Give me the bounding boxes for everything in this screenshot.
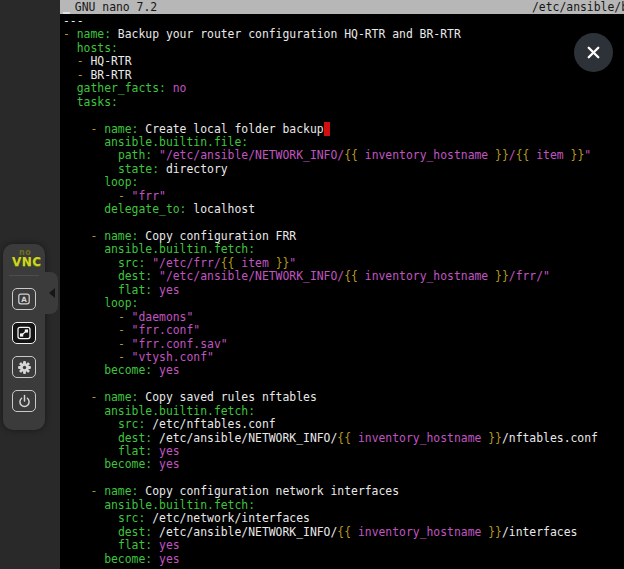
code-segment: "/etc/ansible/NETWORK_INFO/ [159,148,344,162]
code-segment: ansible.builtin.fetch: [104,242,255,256]
code-segment [63,189,118,203]
code-segment: /etc/nftables.conf [145,417,275,431]
code-segment: "frr.conf.sav" [132,337,228,351]
terminal-line [63,472,598,485]
code-segment [152,457,159,471]
code-segment: {{ [221,256,235,270]
code-segment: /etc/ansible/NETWORK_INFO/ [152,431,337,445]
terminal-line: flat: yes [63,445,598,458]
code-segment: - [118,350,132,364]
code-segment: item [529,148,570,162]
terminal-line: hosts: [63,42,598,55]
settings-button[interactable] [12,356,36,378]
code-segment: ansible.builtin.fetch: [104,404,255,418]
code-segment: flat: [118,444,152,458]
panel-divider [9,275,39,276]
fullscreen-button[interactable] [12,322,36,344]
code-segment: - [90,122,104,136]
code-segment: inventory_hostname [358,269,495,283]
code-segment: yes [159,538,180,552]
code-segment: }} [488,431,502,445]
code-segment: dest: [118,431,152,445]
code-segment: }} [495,269,509,283]
code-segment: /etc/network/interfaces [145,511,310,525]
code-segment [63,310,118,324]
novnc-logo: no VNC [3,244,45,268]
code-segment: item [234,256,275,270]
code-segment: dest: [118,269,152,283]
power-icon [16,393,33,410]
code-segment: flat: [118,538,152,552]
code-segment [63,41,77,55]
code-segment: yes [159,444,180,458]
code-segment [63,444,118,458]
terminal-line: src: /etc/nftables.conf [63,418,598,431]
code-segment: loop: [104,175,138,189]
code-segment: "daemons" [132,310,194,324]
code-segment [63,68,77,82]
terminal-line: src: /etc/network/interfaces [63,512,598,525]
svg-text:A: A [21,295,27,304]
code-segment: -- [70,14,84,28]
code-segment: - [118,310,132,324]
code-segment: Backup your router configuration HQ-RTR … [111,27,461,41]
code-segment [63,242,104,256]
code-segment [63,162,118,176]
code-segment: Copy configuration FRR [138,229,296,243]
terminal-line: - "frr" [63,190,598,203]
code-segment [63,363,104,377]
terminal-line: - HQ-RTR [63,55,598,68]
close-button[interactable] [574,33,613,72]
editor-content[interactable]: ---- name: Backup your router configurat… [63,15,598,566]
code-segment: "/etc/frr/ [152,256,221,270]
code-segment: loop: [104,296,138,310]
code-segment [63,457,104,471]
code-segment: {{ [516,148,530,162]
a-key-icon: A [16,291,32,307]
code-segment: yes [159,552,180,566]
code-segment [152,363,159,377]
code-segment [63,525,118,539]
power-button[interactable] [12,390,36,412]
terminal-window[interactable]: GNU nano 7.2 /etc/ansible/b ---- name: B… [60,0,624,569]
terminal-line: - name: Copy saved rules nftables [63,391,598,404]
code-segment [63,404,104,418]
terminal-line: path: "/etc/ansible/NETWORK_INFO/{{ inve… [63,149,598,162]
terminal-line: flat: yes [63,284,598,297]
control-bar-handle[interactable] [45,272,58,314]
terminal-line: flat: yes [63,539,598,552]
terminal-line: - name: Backup your router configuration… [63,28,598,41]
code-segment [63,202,104,216]
code-segment [63,337,118,351]
code-segment: state: [118,162,159,176]
terminal-line: - "frr.conf.sav" [63,338,598,351]
code-segment: src: [118,256,145,270]
file-path: /etc/ansible/b [532,0,624,14]
code-segment [152,444,159,458]
code-segment: {{ [344,148,358,162]
nano-titlebar: GNU nano 7.2 /etc/ansible/b [60,0,624,14]
vnc-background: no VNC A [0,0,60,569]
keyboard-button[interactable]: A [12,288,36,310]
collapse-arrow-icon [49,288,55,298]
code-segment: {{ [344,269,358,283]
code-segment: /nftables.conf [502,431,598,445]
code-segment: path: [118,148,152,162]
terminal-line: - "frr.conf" [63,324,598,337]
terminal-line: - BR-RTR [63,69,598,82]
code-segment [63,390,90,404]
code-segment [63,350,118,364]
terminal-line: loop: [63,176,598,189]
terminal-line [63,378,598,391]
code-segment: dest: [118,525,152,539]
code-segment [152,269,159,283]
code-segment: {{ [337,525,351,539]
code-segment: delegate_to: [104,202,186,216]
code-segment: / [509,148,516,162]
screen: no VNC A [0,0,624,569]
code-segment: HQ-RTR [90,54,131,68]
code-segment [63,229,90,243]
code-segment [63,296,104,310]
code-segment: - [77,68,91,82]
terminal-line [63,217,598,230]
